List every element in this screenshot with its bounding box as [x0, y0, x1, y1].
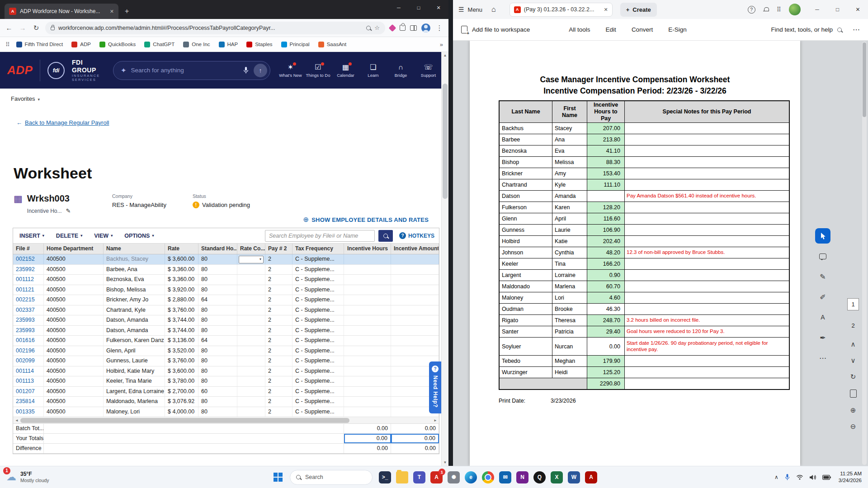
bookmark-item[interactable]: ChatGPT — [144, 42, 175, 47]
signature-tool-button[interactable]: ✒ — [815, 330, 830, 345]
grid-row[interactable]: 002152 400500 Backhus, Stacey $ 3,600.00… — [13, 254, 439, 265]
hotkeys-link[interactable]: ? HOTKEYS — [399, 232, 434, 239]
search-submit-button[interactable]: ↑ — [254, 64, 267, 77]
grid-column-header[interactable]: Tax Frequency — [292, 244, 344, 254]
browser-minimize-button[interactable]: ─ — [389, 0, 409, 15]
taskbar-app-icon[interactable]: >_ — [379, 471, 391, 483]
incentive-amount-cell[interactable] — [391, 265, 439, 275]
taskbar-app-icon[interactable]: W — [568, 471, 580, 483]
file-number-link[interactable]: 001335 — [13, 407, 44, 417]
adp-nav-item[interactable]: ☑ Things to Do — [305, 63, 331, 78]
adp-nav-item[interactable]: ❏ Learn — [360, 63, 386, 78]
incentive-amount-cell[interactable] — [391, 275, 439, 285]
scrollbar-thumb[interactable] — [443, 84, 448, 199]
incentive-hours-cell[interactable] — [344, 366, 391, 376]
browser-tab[interactable]: A ADP Workforce Now - Workshe... ✕ — [5, 4, 118, 19]
taskbar-app-icon[interactable]: ✺ — [448, 471, 460, 483]
file-number-link[interactable]: 002196 — [13, 346, 44, 356]
incentive-hours-cell[interactable] — [344, 305, 391, 315]
show-details-link[interactable]: ⊕ SHOW EMPLOYEE DETAILS AND RATES — [303, 216, 429, 224]
incentive-hours-cell[interactable] — [344, 407, 391, 417]
need-help-button[interactable]: ? Need Help? — [429, 361, 441, 413]
grid-column-header[interactable]: Name — [104, 244, 165, 254]
text-tool-button[interactable]: A — [815, 310, 830, 325]
more-tools-button[interactable]: ⋯ — [815, 350, 830, 366]
battery-icon[interactable] — [822, 475, 831, 480]
adp-nav-item[interactable]: ▦ Calendar — [333, 63, 359, 78]
grid-row[interactable]: 001121 400500 Bishop, Melissa $ 3,920.00… — [13, 285, 439, 296]
adp-logo[interactable]: ADP — [7, 63, 33, 77]
acrobat-menu-button[interactable]: ☰ Menu — [458, 6, 482, 13]
file-number-link[interactable]: 235993 — [13, 315, 44, 325]
tray-chevron-icon[interactable]: ∧ — [774, 474, 778, 480]
help-icon[interactable]: ? — [748, 6, 755, 14]
file-number-link[interactable]: 235993 — [13, 326, 44, 336]
add-file-button[interactable]: Add file to workspace — [461, 26, 530, 33]
grid-row[interactable]: 001113 400500 Keeler, Tina Marie $ 3,780… — [13, 376, 439, 387]
forward-icon[interactable]: → — [18, 24, 27, 32]
grid-row[interactable]: 001207 400500 Largent, Edna Lorraine $ 2… — [13, 387, 439, 397]
grid-column-header[interactable]: Rate — [165, 244, 198, 254]
employee-search-button[interactable] — [378, 230, 393, 242]
acrobat-maximize-button[interactable]: □ — [827, 0, 848, 19]
incentive-hours-cell[interactable] — [344, 285, 391, 295]
grid-column-header[interactable]: Pay # 2 — [265, 244, 292, 254]
refresh-icon[interactable]: ↻ — [32, 24, 41, 32]
acrobat-close-button[interactable]: ✕ — [848, 0, 868, 19]
incentive-hours-cell[interactable] — [344, 315, 391, 325]
extension-icon[interactable] — [389, 24, 396, 32]
zoom-out-icon[interactable]: ⊖ — [850, 423, 856, 430]
create-button[interactable]: + Create — [620, 3, 657, 17]
incentive-amount-cell[interactable] — [391, 315, 439, 325]
grid-row[interactable]: 235993 400500 Datson, Amanda $ 3,744.00 … — [13, 315, 439, 326]
bookmark-item[interactable]: Fifth Third Direct — [16, 42, 63, 47]
grid-row[interactable]: 002099 400500 Gunness, Laurie $ 3,760.00… — [13, 356, 439, 366]
adp-nav-item[interactable]: ✶ What's New — [278, 63, 303, 78]
scrollbar-thumb[interactable] — [20, 418, 349, 423]
notifications-bell-icon[interactable] — [763, 7, 769, 13]
favorites-menu[interactable]: Favorites▾ — [11, 95, 40, 102]
draw-tool-button[interactable]: ✎ — [815, 269, 830, 284]
fit-page-icon[interactable] — [850, 389, 857, 398]
bookmark-item[interactable]: SaasAnt — [318, 42, 346, 47]
incentive-hours-cell[interactable] — [344, 295, 391, 305]
acrobat-minimize-button[interactable]: ─ — [807, 0, 827, 19]
more-tools-icon[interactable]: ⋯ — [853, 25, 860, 34]
rate-code-dropdown[interactable]: ▾ — [239, 256, 264, 263]
grid-row[interactable]: 235993 400500 Datson, Amanda $ 3,744.00 … — [13, 326, 439, 336]
scrollbar-thumb[interactable] — [863, 42, 866, 117]
incentive-amount-cell[interactable] — [391, 326, 439, 336]
grid-menu-button[interactable]: DELETE▾ — [56, 233, 82, 239]
scroll-up-icon[interactable]: ▲ — [443, 52, 447, 59]
file-number-link[interactable]: 002337 — [13, 305, 44, 315]
grid-row[interactable]: 235814 400500 Maldonado, Marlena $ 3,076… — [13, 397, 439, 407]
page-number-next[interactable]: 2 — [847, 319, 859, 332]
weather-widget[interactable]: 1 ☁ 35°F Mostly cloudy — [6, 471, 79, 483]
toolbar-tab[interactable]: E-Sign — [668, 26, 687, 33]
toolbar-tab[interactable]: Edit — [606, 26, 616, 33]
toolbar-tab[interactable]: Convert — [632, 26, 653, 33]
tab-close-icon[interactable]: ✕ — [110, 9, 114, 14]
grid-row[interactable]: 002337 400500 Chartrand, Kyle $ 3,760.00… — [13, 305, 439, 316]
scroll-right-icon[interactable]: ► — [432, 418, 439, 422]
toolbar-tab[interactable]: All tools — [569, 26, 590, 33]
taskbar-app-icon[interactable]: A — [585, 471, 597, 483]
apps-grid-icon[interactable]: ⠿ — [5, 41, 10, 48]
taskbar-search[interactable]: Search — [290, 470, 373, 485]
file-number-link[interactable]: 235992 — [13, 265, 44, 275]
file-number-link[interactable]: 001112 — [13, 275, 44, 285]
incentive-hours-cell[interactable] — [344, 275, 391, 285]
grid-column-header[interactable]: Incentive Hours — [344, 244, 391, 254]
grid-row[interactable]: 235992 400500 Barbee, Ana $ 3,360.00 80 … — [13, 265, 439, 275]
select-tool-button[interactable] — [815, 228, 830, 244]
incentive-amount-cell[interactable] — [391, 254, 439, 264]
browser-scrollbar[interactable]: ▲ ▼ — [441, 52, 448, 466]
highlight-tool-button[interactable]: ✐ — [815, 289, 830, 305]
taskbar-app-icon[interactable]: T — [413, 471, 425, 483]
zoom-in-icon[interactable]: ⊕ — [850, 407, 856, 414]
grid-menu-button[interactable]: OPTIONS▾ — [124, 233, 154, 239]
wifi-icon[interactable] — [796, 474, 803, 480]
extensions-puzzle-icon[interactable] — [400, 25, 406, 31]
browser-close-button[interactable]: ✕ — [429, 0, 448, 15]
microphone-icon[interactable] — [243, 66, 249, 74]
